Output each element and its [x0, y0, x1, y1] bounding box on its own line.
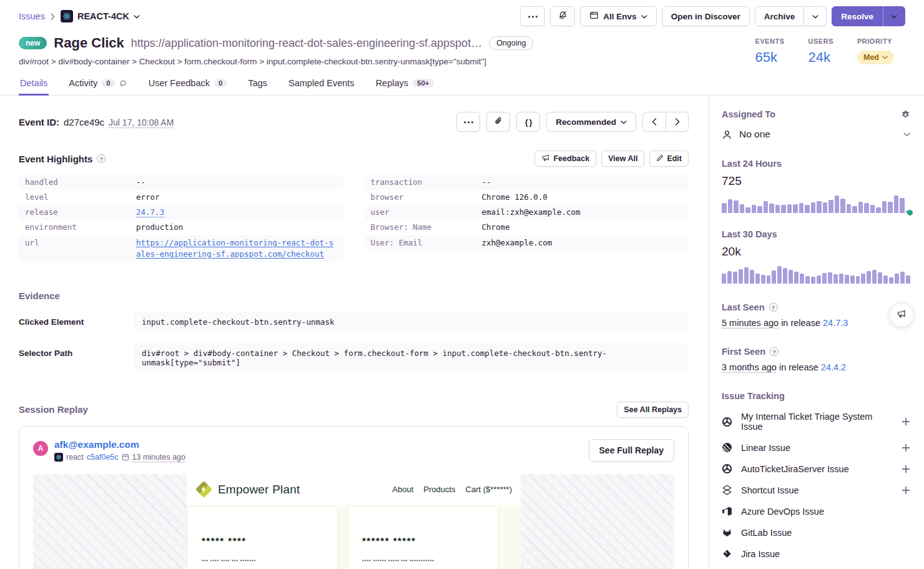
selector-path-row: Selector Path div#root > div#body-contai…	[19, 343, 689, 373]
bell-slash-icon	[558, 11, 568, 22]
last-seen-release-link[interactable]: 24.7.3	[823, 318, 848, 328]
event-view-select-label: Recommended	[556, 117, 616, 127]
tab-tags[interactable]: Tags	[247, 74, 268, 96]
chevron-right-icon	[51, 13, 55, 20]
environment-filter-label: All Envs	[603, 12, 636, 21]
last-24-hours-chart	[722, 194, 910, 213]
site-nav-about: About	[392, 485, 413, 494]
environment-filter-button[interactable]: All Envs	[580, 6, 656, 26]
selector-path-label: Selector Path	[19, 343, 134, 358]
replay-id-link[interactable]: c5af0e5c	[87, 453, 119, 462]
resolve-dropdown-button[interactable]	[883, 6, 905, 26]
tracking-item-gitlab[interactable]: GitLab Issue	[722, 527, 910, 538]
person-icon	[722, 129, 732, 140]
replay-user-link[interactable]: afk@example.com	[54, 439, 139, 450]
release-link[interactable]: 24.7.3	[136, 207, 164, 218]
first-seen-release-link[interactable]: 24.4.2	[821, 362, 846, 372]
chevron-down-icon	[891, 15, 897, 19]
azure-devops-icon	[722, 506, 733, 517]
site-brand-name: Empower Plant	[218, 483, 300, 497]
last-30-days-count: 20k	[722, 245, 910, 259]
kv-row-user: useremail:zxh@example.com	[365, 205, 689, 220]
tab-activity[interactable]: Activity 0	[67, 74, 128, 96]
floating-feedback-button[interactable]	[889, 302, 914, 327]
open-in-discover-button[interactable]: Open in Discover	[662, 6, 750, 26]
kv-row-browser: browserChrome 126.0.0	[365, 190, 689, 205]
last-30-days-title: Last 30 Days	[722, 229, 910, 239]
event-id-row: Event ID: d27ce49c Jul 17, 10:08 AM	[19, 117, 174, 127]
tracking-item-shortcut[interactable]: Shortcut Issue	[722, 485, 910, 495]
shortcut-icon	[722, 485, 733, 495]
issue-selector-subtitle: div#root > div#body-container > Checkout…	[19, 57, 533, 66]
chevron-down-icon	[882, 56, 888, 59]
see-full-replay-button[interactable]: See Full Replay	[589, 439, 674, 462]
add-issue-button[interactable]	[902, 443, 910, 452]
issue-actions: All Envs Open in Discover Archive Resolv…	[520, 6, 905, 26]
users-count-link[interactable]: 24k	[808, 49, 833, 66]
tab-user-feedback[interactable]: User Feedback 0	[147, 74, 229, 96]
next-event-button[interactable]	[666, 112, 689, 132]
tab-sampled-events[interactable]: Sampled Events	[287, 74, 356, 96]
view-all-button[interactable]: View All	[601, 151, 644, 167]
add-issue-button[interactable]	[902, 417, 910, 426]
chevron-down-icon	[134, 15, 140, 19]
see-all-replays-button[interactable]: See All Replays	[617, 402, 689, 418]
event-details-main: Event ID: d27ce49c Jul 17, 10:08 AM Reco…	[0, 96, 709, 569]
priority-dropdown[interactable]: Med	[857, 51, 894, 64]
replay-project-name: react	[66, 453, 84, 462]
add-issue-button[interactable]	[902, 486, 910, 495]
calendar-icon	[122, 453, 129, 461]
resolve-button[interactable]: Resolve	[832, 6, 883, 26]
issue-title-block: new Rage Click https://application-monit…	[19, 35, 533, 66]
comment-bubble-icon	[119, 79, 127, 87]
event-more-button[interactable]	[456, 112, 480, 132]
more-actions-button[interactable]	[520, 6, 545, 26]
json-button[interactable]	[516, 112, 540, 132]
tracking-item-jira[interactable]: Jira Issue	[722, 548, 910, 559]
event-view-select[interactable]: Recommended	[546, 112, 636, 132]
edit-button[interactable]: Edit	[649, 151, 689, 167]
events-count-link[interactable]: 65k	[755, 49, 785, 66]
url-link[interactable]: https://application-monitoring-react-dot…	[136, 237, 337, 260]
clicked-element-value: input.complete-checkout-btn.sentry-unmas…	[134, 312, 689, 332]
issue-culprit-url: https://application-monitoring-react-dot…	[131, 37, 482, 50]
last-seen-block: Last Seen 5 minutes ago in release 24.7.…	[722, 302, 910, 328]
chevron-down-icon	[641, 15, 647, 19]
tab-details[interactable]: Details	[19, 74, 49, 96]
ellipsis-icon	[528, 11, 538, 22]
previous-event-button[interactable]	[642, 112, 666, 132]
window-icon	[589, 11, 599, 22]
breadcrumb-issues-link[interactable]: Issues	[19, 11, 45, 21]
assignee-dropdown[interactable]: No one	[722, 129, 910, 140]
mute-button[interactable]	[550, 6, 575, 26]
issue-sidebar: Assigned To No one Last 24 Hours 7	[709, 96, 924, 569]
product-card: ****** ***** **** ****** ***** *** *****…	[348, 507, 498, 569]
product-desc-masked: *** **** **** *** *******	[202, 558, 323, 564]
tracking-item-autoticketjiraserver[interactable]: AutoTicketJiraServer Issue	[722, 463, 910, 474]
last-seen-time: 5 minutes ago	[722, 318, 779, 328]
tracking-item-linear[interactable]: Linear Issue	[722, 442, 910, 453]
status-badge: Ongoing	[489, 36, 533, 50]
clicked-element-label: Clicked Element	[19, 312, 134, 327]
clicked-element-row: Clicked Element input.complete-checkout-…	[19, 312, 689, 332]
archive-dropdown-button[interactable]	[804, 6, 827, 26]
events-stat: EVENTS 65k	[755, 37, 785, 66]
megaphone-icon	[897, 309, 907, 320]
last-24-hours-count: 725	[722, 174, 910, 188]
attachments-button[interactable]	[486, 112, 510, 132]
tracking-item-teamwork[interactable]: My Internal Ticket Triage System Issue	[722, 412, 910, 432]
add-issue-button[interactable]	[902, 465, 910, 473]
event-actions: Recommended	[456, 112, 689, 132]
archive-button[interactable]: Archive	[755, 6, 805, 26]
tracking-item-azure-devops[interactable]: Azure DevOps Issue	[722, 506, 910, 517]
project-selector[interactable]: REACT-4CK	[61, 10, 140, 22]
gear-icon[interactable]	[901, 110, 910, 119]
tab-replays[interactable]: Replays 50+	[375, 74, 435, 96]
site-nav-products: Products	[423, 485, 455, 494]
session-replay-section: Session Replay See All Replays A afk@exa…	[19, 402, 689, 569]
last-24-hours-title: Last 24 Hours	[722, 159, 910, 169]
feedback-button[interactable]: Feedback	[534, 151, 596, 167]
highlights-actions: Feedback View All Edit	[534, 151, 689, 167]
site-brand: Empower Plant	[195, 482, 300, 498]
replayed-site-viewport: Empower Plant About Products Cart ($****…	[187, 474, 521, 569]
